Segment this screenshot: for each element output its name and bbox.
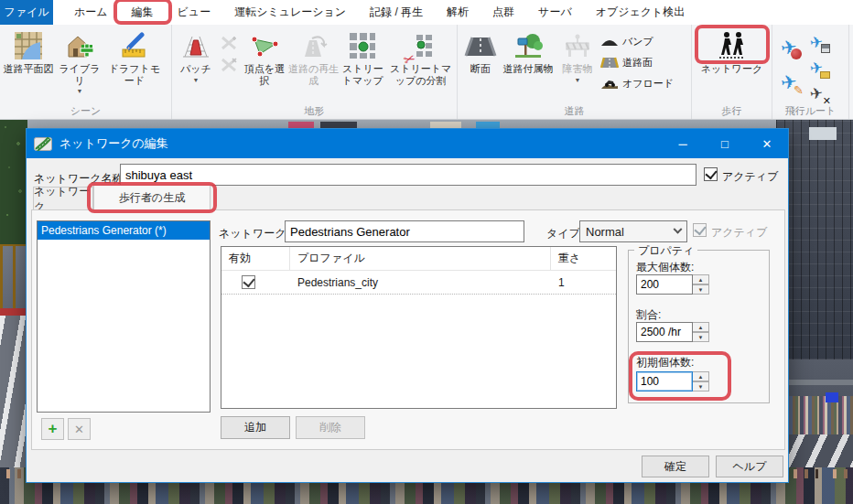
menu-home[interactable]: ホーム (62, 0, 120, 25)
close-button[interactable]: ✕ (746, 129, 788, 158)
rate-spinner: ▲ ▼ (636, 322, 709, 342)
select-vertices-button[interactable]: 頂点を選択 (241, 27, 288, 86)
ribbon-group-terrain: パッチ ▼ 頂点を選択 道路の再生成 スト (172, 25, 458, 119)
tab-pedestrian-generation[interactable]: 歩行者の生成 (93, 185, 211, 210)
draft-mode-label: ドラフトモード (104, 63, 165, 86)
add-profile-button[interactable]: 追加 (221, 416, 290, 439)
menu-edit-label: 編集 (132, 5, 154, 20)
header-enabled: 有効 (221, 247, 290, 270)
ribbon-group-walk-label: 歩行 (692, 104, 772, 118)
generator-name-input[interactable] (285, 220, 524, 242)
network-label: ネットワーク (701, 63, 762, 75)
street-map-label: ストリートマップ (339, 63, 386, 86)
street-map-split-button[interactable]: ✂ ストリートマップの分割 (386, 27, 455, 86)
regenerate-road-button[interactable]: 道路の再生成 (288, 27, 340, 86)
library-button[interactable]: ライブラリ ▼ (55, 27, 104, 94)
road-surface-button[interactable]: 道路面 (600, 53, 686, 71)
road-plan-button[interactable]: 道路平面図 (2, 27, 55, 75)
delete-flight-route-button[interactable]: ✈ ✕ (804, 81, 829, 105)
pencil-icon: ✎ (794, 83, 804, 97)
delete-profile-button[interactable]: 削除 (296, 416, 365, 439)
menu-object-detection[interactable]: オブジェクト検出 (584, 0, 697, 25)
road-attachments-button[interactable]: 道路付属物 (502, 27, 555, 75)
tab-network[interactable]: ネットワーク (33, 187, 93, 210)
ribbon-group-terrain-label: 地形 (172, 104, 457, 118)
add-node-icon[interactable] (221, 36, 237, 50)
spin-down-button[interactable]: ▼ (693, 381, 709, 391)
menu-edit[interactable]: 編集 (120, 0, 166, 25)
table-row[interactable]: Pedestrians_city 1 (221, 271, 616, 295)
menu-record-play-label: 記録 / 再生 (370, 5, 423, 20)
street-map-button[interactable]: ストリートマップ (339, 27, 386, 86)
spin-down-button[interactable]: ▼ (693, 284, 709, 295)
menu-view[interactable]: ビュー (166, 0, 223, 25)
offroad-button[interactable]: オフロード (600, 74, 686, 92)
network-button[interactable]: ネットワーク (699, 27, 765, 75)
spin-up-button[interactable]: ▲ (693, 371, 709, 381)
cross-section-icon (464, 28, 497, 63)
menu-driving-simulation-label: 運転シミュレーション (234, 5, 346, 20)
ribbon-group-scene: 道路平面図 ライブラリ ▼ ドラフトモード シーン (0, 25, 172, 119)
offroad-label: オフロード (622, 77, 674, 91)
spin-up-icon: ▲ (698, 325, 704, 330)
add-profile-label: 追加 (244, 420, 266, 435)
plus-icon: + (49, 420, 58, 438)
menu-home-label: ホーム (74, 5, 108, 20)
menu-analysis[interactable]: 解析 (435, 0, 480, 25)
load-flight-route-button[interactable]: ✈ (804, 56, 829, 80)
cross-section-button[interactable]: 断面 (459, 27, 502, 75)
dialog-titlebar[interactable]: ネットワークの編集 ─ □ ✕ (27, 129, 788, 158)
draft-mode-button[interactable]: ドラフトモード (104, 27, 165, 86)
bump-button[interactable]: バンプ (600, 32, 686, 50)
confirm-button[interactable]: 確定 (642, 456, 709, 477)
delete-profile-label: 削除 (319, 420, 341, 435)
menu-file[interactable]: ファイル (0, 0, 53, 25)
bump-label: バンプ (622, 35, 653, 48)
menu-record-play[interactable]: 記録 / 再生 (358, 0, 435, 25)
patch-button[interactable]: パッチ ▼ (174, 27, 218, 83)
spin-up-button[interactable]: ▲ (693, 274, 709, 284)
delete-node-icon[interactable] (221, 58, 237, 72)
obstacle-button[interactable]: 障害物 ▼ (555, 27, 600, 83)
menu-bar: ファイル ホーム 編集 ビュー 運転シミュレーション 記録 / 再生 解析 点群… (0, 0, 853, 25)
spin-up-icon: ▲ (698, 277, 704, 283)
chevron-down-icon: ▼ (77, 88, 83, 94)
generator-active-label: アクティブ (711, 225, 767, 241)
profile-table[interactable]: 有効 プロファイル 重さ Pedestrians_city 1 (221, 246, 617, 409)
remove-generator-button[interactable]: ✕ (68, 418, 91, 440)
spin-down-button[interactable]: ▼ (693, 332, 709, 342)
menu-driving-simulation[interactable]: 運転シミュレーション (222, 0, 358, 25)
menu-point-cloud[interactable]: 点群 (480, 0, 526, 25)
minimize-icon: ─ (678, 137, 686, 151)
max-count-input[interactable] (636, 274, 693, 295)
road-attachments-icon (513, 28, 543, 63)
row-enabled-checkbox[interactable] (242, 275, 255, 289)
close-icon: ✕ (762, 137, 772, 151)
spin-down-icon: ▼ (698, 335, 704, 340)
edit-flight-route-button[interactable]: ✈ ✎ (774, 67, 804, 96)
spin-up-button[interactable]: ▲ (693, 322, 709, 332)
road-surface-icon (600, 57, 619, 69)
type-combobox[interactable]: Normal (579, 220, 687, 242)
rate-input[interactable] (636, 322, 693, 342)
minimize-button[interactable]: ─ (662, 129, 704, 158)
save-flight-route-button[interactable]: ✈ (804, 30, 829, 54)
help-button[interactable]: ヘルプ (716, 456, 783, 477)
maximize-button[interactable]: □ (704, 129, 746, 158)
row-profile-value: Pedestrians_city (297, 276, 378, 289)
ribbon-group-road: 断面 道路付属物 障害物 ▼ バンプ 道路面 (458, 25, 692, 119)
patch-icon (181, 28, 211, 63)
record-flight-route-button[interactable]: ✈ (774, 32, 804, 61)
library-icon (66, 28, 93, 63)
menu-view-label: ビュー (178, 5, 211, 20)
street-map-icon (349, 28, 376, 63)
bump-icon (600, 36, 619, 47)
add-generator-button[interactable]: + (41, 418, 64, 440)
type-value: Normal (586, 225, 624, 239)
generator-listbox[interactable]: Pedestrians Generator (*) (37, 220, 211, 413)
network-name-input[interactable] (120, 164, 696, 186)
list-item[interactable]: Pedestrians Generator (*) (38, 221, 210, 240)
menu-server[interactable]: サーバ (526, 0, 584, 25)
active-checkbox[interactable] (704, 167, 718, 181)
initial-count-input[interactable] (636, 371, 693, 391)
